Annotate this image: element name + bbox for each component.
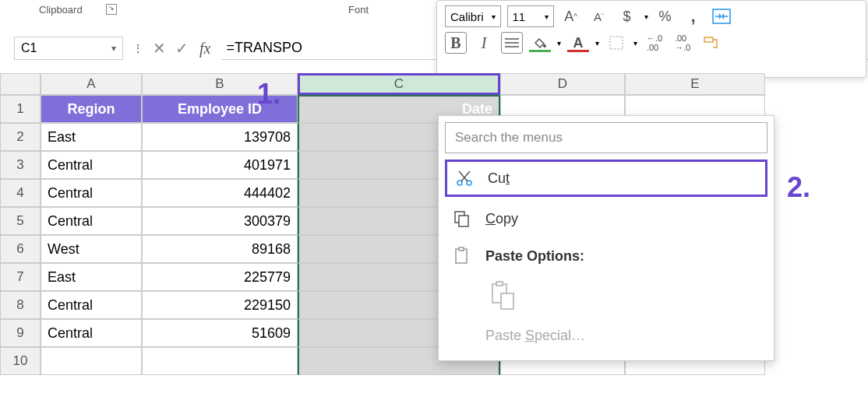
cell[interactable]: 139708 [142,123,298,151]
chevron-down-icon[interactable]: ▾ [595,39,599,47]
cell[interactable]: 51609 [142,319,298,347]
menu-search-input[interactable]: Search the menus [445,122,767,153]
annotation-2: 2. [787,171,810,204]
border-icon[interactable] [605,32,627,54]
format-painter-icon[interactable] [700,32,722,54]
cell[interactable]: 229150 [142,291,298,319]
paste-special-label: Paste Special… [485,328,585,344]
name-box[interactable]: C1 ▾ [14,37,123,60]
fx-icon[interactable]: fx [199,40,210,58]
col-header-A[interactable]: A [41,73,142,95]
font-size: 11 [513,10,526,23]
cut-label: Cut [488,170,510,187]
col-header-E[interactable]: E [625,73,765,95]
menu-item-cut[interactable]: Cut [445,160,767,197]
align-icon[interactable] [501,32,523,54]
annotation-1: 1. [257,78,281,111]
select-all-corner[interactable] [0,73,41,95]
row-header[interactable]: 7 [0,263,41,291]
fill-color-icon[interactable] [529,32,551,54]
menu-item-paste-options: Paste Options: [445,237,767,275]
chevron-down-icon[interactable]: ▾ [111,43,116,54]
menu-item-paste-special: Paste Special… [445,317,767,354]
merge-icon[interactable] [711,5,732,27]
cell[interactable]: 300379 [142,207,298,235]
accounting-format-icon[interactable]: $ [616,5,638,27]
col-header-C[interactable]: C [298,73,500,95]
col-header-D[interactable]: D [500,73,625,95]
increase-decimal-icon[interactable]: ←.0.00 [644,32,665,54]
cell[interactable]: West [41,235,142,263]
chevron-down-icon[interactable]: ▾ [633,39,637,47]
clipboard-launcher-icon[interactable] [106,4,117,15]
svg-point-1 [543,44,546,47]
row-header[interactable]: 1 [0,95,41,123]
copy-label: Copy [485,211,518,227]
font-size-select[interactable]: 11 ▾ [507,5,554,27]
cell[interactable]: 225779 [142,263,298,291]
copy-icon [453,209,471,228]
chevron-down-icon[interactable]: ▾ [557,39,561,47]
cell[interactable]: Central [41,151,142,179]
svg-rect-6 [459,216,468,226]
decrease-font-icon[interactable]: Aˇ [588,5,610,27]
context-menu: Search the menus Cut Copy Paste Options:… [438,115,774,361]
menu-item-copy[interactable]: Copy [445,200,767,237]
cell[interactable]: 444402 [142,179,298,207]
chevron-down-icon: ▾ [545,12,549,21]
clipboard-icon [453,247,471,265]
chevron-down-icon: ▾ [492,12,496,21]
paste-options-label: Paste Options: [485,248,584,265]
cell[interactable]: 401971 [142,151,298,179]
cell[interactable]: Central [41,319,142,347]
cancel-icon[interactable]: ✕ [153,39,166,58]
row-header[interactable]: 5 [0,207,41,235]
cell[interactable]: East [41,263,142,291]
row-header[interactable]: 3 [0,151,41,179]
font-color-icon[interactable]: A [567,32,589,54]
row-header[interactable]: 9 [0,319,41,347]
mini-toolbar: Calibri ▾ 11 ▾ A^ Aˇ $ ▾ % , B I ▾ A ▾ ▾ [436,0,866,78]
cell[interactable]: 89168 [142,235,298,263]
bold-button[interactable]: B [445,32,467,54]
formula-bar-value: =TRANSPO [226,40,302,56]
cell[interactable]: Central [41,179,142,207]
cell[interactable] [41,347,142,375]
svg-rect-11 [501,293,513,309]
increase-font-icon[interactable]: A^ [560,5,582,27]
row-header[interactable]: 10 [0,347,41,375]
cell[interactable]: Central [41,291,142,319]
percent-format-icon[interactable]: % [655,5,676,27]
cell[interactable]: East [41,123,142,151]
cell[interactable] [142,347,298,375]
enter-icon[interactable]: ✓ [175,39,189,58]
name-box-value: C1 [21,41,37,55]
search-placeholder: Search the menus [455,130,563,146]
font-label: Font [281,4,436,16]
comma-format-icon[interactable]: , [683,5,704,27]
svg-rect-10 [496,282,503,286]
separator-icon: ⋮ [132,42,143,54]
row-header[interactable]: 4 [0,179,41,207]
font-select[interactable]: Calibri ▾ [445,5,501,27]
paste-icon[interactable] [489,279,517,313]
cell[interactable]: Region [41,95,142,123]
svg-rect-2 [610,37,623,49]
paste-options-row [445,275,767,317]
row-header[interactable]: 6 [0,235,41,263]
clipboard-label: Clipboard [39,4,83,16]
scissors-icon [455,169,474,188]
svg-rect-8 [459,247,464,251]
cell[interactable]: Central [41,207,142,235]
decrease-decimal-icon[interactable]: .00→.0 [672,32,693,54]
row-header[interactable]: 2 [0,123,41,151]
row-header[interactable]: 8 [0,291,41,319]
chevron-down-icon[interactable]: ▾ [644,12,648,21]
italic-button[interactable]: I [473,32,495,54]
font-name: Calibri [450,10,484,23]
blank-icon [453,326,471,345]
